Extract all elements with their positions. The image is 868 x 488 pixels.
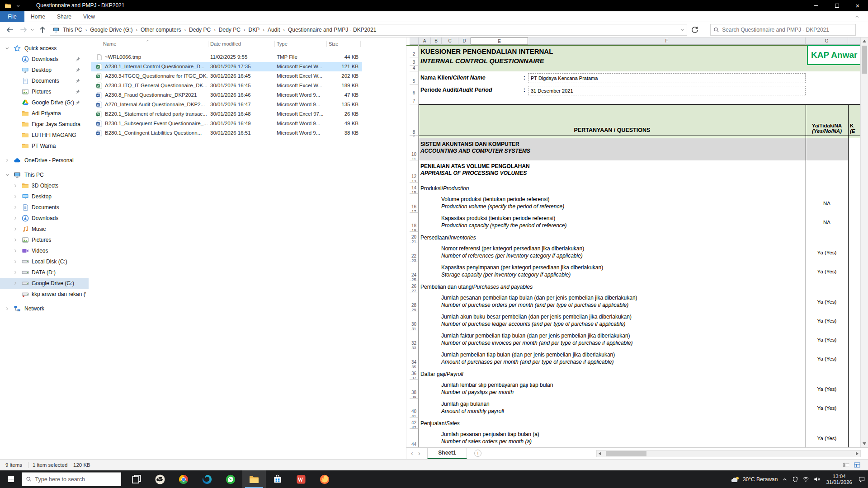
excel-row-number-20[interactable]: 2021: [410, 232, 419, 243]
answer-cell[interactable]: NA: [806, 213, 848, 232]
sidebar-item-figar-jaya-samudra[interactable]: Figar Jaya Samudra: [0, 119, 89, 130]
expander-icon[interactable]: [13, 216, 18, 221]
answer-cell[interactable]: Ya (Yes): [806, 292, 848, 311]
excel-row-number-10[interactable]: 1011: [410, 138, 419, 160]
sidebar-item-adi-priyatna[interactable]: Adi Priyatna: [0, 108, 89, 119]
excel-row-number-34[interactable]: 3435: [410, 349, 419, 368]
excel-row-number-4[interactable]: 4: [410, 66, 419, 71]
sidebar-item-google-drive-g[interactable]: Google Drive (G:): [0, 97, 89, 108]
answer-cell[interactable]: Ya (Yes): [806, 243, 848, 262]
answer-cell[interactable]: Ya (Yes): [806, 429, 848, 447]
excel-row-number-30[interactable]: 3031: [410, 311, 419, 330]
excel-row-number-6[interactable]: 6: [410, 84, 419, 96]
expander-icon[interactable]: [13, 194, 18, 199]
column-header-type[interactable]: Type: [277, 39, 288, 48]
maximize-button[interactable]: [826, 0, 847, 11]
answer-cell[interactable]: Ya (Yes): [806, 262, 848, 281]
sidebar-item-pictures[interactable]: Pictures: [0, 235, 89, 245]
excel-row-number-16[interactable]: 1617: [410, 194, 419, 213]
excel-row-number-22[interactable]: 2223: [410, 243, 419, 262]
sidebar-item-downloads[interactable]: Downloads: [0, 213, 89, 224]
sheet-nav-right-icon[interactable]: ›: [418, 448, 420, 459]
expander-icon[interactable]: [5, 306, 10, 311]
excel-row-number-26[interactable]: 2627: [410, 281, 419, 292]
start-button[interactable]: [0, 470, 22, 488]
close-button[interactable]: ×: [847, 0, 868, 11]
sheet-nav-left-icon[interactable]: ‹: [411, 448, 413, 459]
qat-dropdown-icon[interactable]: [15, 3, 21, 9]
taskbar-app-firefox[interactable]: [313, 470, 336, 488]
answer-cell[interactable]: Ya (Yes): [806, 399, 848, 418]
excel-column-header-F[interactable]: F: [528, 38, 806, 45]
taskbar-app-microsoft-store[interactable]: [266, 470, 289, 488]
scroll-left-icon[interactable]: [599, 452, 601, 455]
back-button[interactable]: [5, 25, 14, 34]
network-wifi-icon[interactable]: [802, 476, 809, 483]
file-row-a230-8-fraud-questionnaire-dkp2021[interactable]: A230.8_Fraud Questionnaire_DKP202130/01/…: [91, 90, 362, 100]
scroll-down-icon[interactable]: [863, 442, 866, 445]
address-bar[interactable]: This PC›Google Drive (G:)›Other computer…: [50, 24, 687, 36]
excel-row-number-38[interactable]: 3839: [410, 380, 419, 399]
answer-cell[interactable]: NA: [806, 194, 848, 213]
expander-icon[interactable]: [13, 237, 18, 243]
ribbon-collapse-icon[interactable]: [854, 14, 860, 19]
expander-icon[interactable]: [13, 281, 18, 286]
file-row-b230-1-subsequent-event-questionnaire[interactable]: B230.1_Subsequent Event Questionnaire_..…: [91, 119, 362, 128]
excel-row-number-18[interactable]: 1819: [410, 213, 419, 232]
clock[interactable]: 13:04 31/01/2026: [826, 474, 852, 485]
tab-share[interactable]: Share: [57, 11, 71, 22]
file-row-b220-1-statement-of-related-party-transac[interactable]: B220.1_Statement of related party transa…: [91, 109, 362, 119]
excel-column-header-C[interactable]: C: [442, 38, 458, 45]
expander-icon[interactable]: [5, 172, 10, 178]
excel-row-number-40[interactable]: 4041: [410, 399, 419, 418]
up-button[interactable]: [38, 25, 47, 34]
sidebar-item-3d-objects[interactable]: 3D Objects: [0, 180, 89, 191]
scroll-right-icon[interactable]: [856, 452, 859, 455]
sidebar-item-data-d[interactable]: DATA (D:): [0, 267, 89, 278]
excel-row-number-2[interactable]: 2: [410, 45, 419, 57]
sidebar-item-documents[interactable]: Documents: [0, 75, 89, 86]
answer-cell[interactable]: Ya (Yes): [806, 311, 848, 330]
excel-row-number-3[interactable]: 3: [410, 57, 419, 66]
excel-row-number-12[interactable]: 1213: [410, 160, 419, 183]
taskbar-app-file-explorer[interactable]: [242, 470, 266, 488]
hidden-icons-chevron-icon[interactable]: [782, 476, 788, 483]
horizontal-scrollbar[interactable]: [596, 450, 861, 457]
sidebar-item-google-drive-g[interactable]: Google Drive (G:): [0, 278, 89, 289]
excel-column-header-D[interactable]: D: [458, 38, 471, 45]
forward-button[interactable]: [19, 25, 28, 34]
excel-column-header-partial[interactable]: [848, 38, 861, 45]
vertical-scroll-thumb[interactable]: [862, 46, 867, 74]
explorer-search-input[interactable]: [722, 27, 853, 33]
sidebar-item-local-disk-c[interactable]: Local Disk (C:): [0, 256, 89, 267]
expander-icon[interactable]: [13, 226, 18, 232]
answer-cell[interactable]: Ya (Yes): [806, 330, 848, 349]
explorer-search-box[interactable]: [710, 24, 856, 36]
breadcrumb-this-pc[interactable]: This PC: [60, 27, 85, 33]
excel-row-number-8[interactable]: 8: [410, 104, 419, 136]
taskbar-app-whatsapp[interactable]: [219, 470, 242, 488]
expander-icon[interactable]: [5, 46, 10, 51]
address-dropdown-icon[interactable]: [679, 27, 685, 33]
sidebar-item-desktop[interactable]: Desktop: [0, 191, 89, 202]
tab-home[interactable]: Home: [31, 11, 45, 22]
taskbar-app-task-view[interactable]: [125, 470, 148, 488]
details-view-icon[interactable]: [843, 461, 850, 469]
taskbar-app-edge[interactable]: [195, 470, 219, 488]
expander-icon[interactable]: [13, 183, 18, 188]
expander-icon[interactable]: [13, 259, 18, 264]
action-center-icon[interactable]: [858, 476, 865, 483]
sidebar-item-onedrive-personal[interactable]: OneDrive - Personal: [0, 155, 89, 166]
sheet-tab[interactable]: Sheet1: [427, 448, 467, 459]
taskbar-search-input[interactable]: [35, 476, 117, 483]
excel-row-number-28[interactable]: 2829: [410, 292, 419, 311]
file-row-a270-internal-audit-questionnaire-dkp2[interactable]: A270_Internal Audit Questionnaire_DKP2..…: [91, 100, 362, 109]
file-row-a230-1-internal-control-questionnaire-d[interactable]: A230.1_Internal Control Questionnaire_D.…: [91, 62, 362, 71]
sidebar-item-downloads[interactable]: Downloads: [0, 54, 89, 65]
minimize-button[interactable]: [806, 0, 826, 11]
sidebar-item-this-pc[interactable]: This PC: [0, 169, 89, 180]
breadcrumb-dkp[interactable]: DKP: [246, 27, 263, 33]
breadcrumb-dedy-pc[interactable]: Dedy PC: [186, 27, 213, 33]
expander-icon[interactable]: [13, 205, 18, 210]
file-row-a230-3-itq-it-general-questionnaire-dk[interactable]: A230.3-ITQ_IT General Questionnaire_DK..…: [91, 81, 362, 90]
